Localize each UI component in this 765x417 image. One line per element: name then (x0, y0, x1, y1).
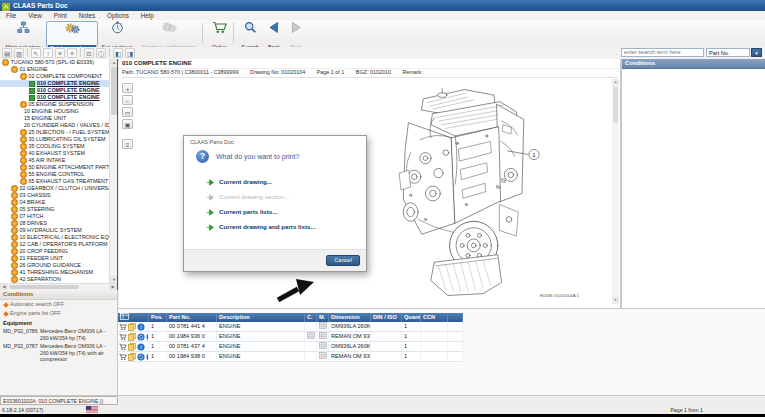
tree-item[interactable]: 50 ENGINE ATTACHMENT PARTS (0, 164, 109, 171)
tree-item[interactable]: 42 SEPARATION (0, 276, 109, 283)
column-header[interactable]: Pos. (149, 313, 167, 322)
tree-item[interactable]: 05 STEERING (0, 206, 109, 213)
scroll-up-icon[interactable]: ▲ (110, 59, 118, 66)
tree-horizontal-scrollbar[interactable]: ◀ ▶ (0, 283, 117, 290)
column-header[interactable]: M. (317, 313, 329, 322)
column-header[interactable]: Quantity (402, 313, 421, 322)
tree-item[interactable]: 65 EXHAUST GAS TREATMENT (0, 178, 109, 185)
tree-vertical-scrollbar[interactable]: ▲ ▼ (109, 59, 117, 283)
panel-left-icon[interactable]: ▤ (2, 48, 12, 58)
table-row[interactable]: i100 1984 936 0ENGINEREMAN OM 936 LA1 (118, 332, 463, 342)
tree-item[interactable]: 10 ELECTRICAL / ELECTRONIC EQUIPMENT (0, 234, 109, 241)
back-button[interactable]: Back (264, 21, 284, 45)
scroll-down-icon[interactable]: ▼ (110, 276, 118, 283)
condition-toggle[interactable]: Engine parts list OFF (0, 309, 117, 318)
tree-item[interactable]: 25 INJECTION - / FUEL SYSTEM (0, 129, 109, 136)
menu-item-options[interactable]: Options (101, 11, 135, 20)
set-up-times-button[interactable]: Set-up times (98, 21, 136, 45)
dialog-option[interactable]: Current drawing and parts lists... (206, 219, 356, 234)
tree-item[interactable]: 010 COMPLETE ENGINE (0, 87, 109, 94)
search-button[interactable]: Search (238, 21, 262, 45)
dialog-option[interactable]: Current drawing... (206, 174, 356, 189)
copy-icon[interactable] (128, 323, 136, 331)
fit-view-icon[interactable]: ▣ (122, 119, 133, 129)
menu-item-print[interactable]: Print (48, 11, 73, 20)
zoom-window-icon[interactable]: ▭ (122, 107, 133, 117)
copy-icon[interactable] (128, 353, 136, 361)
menu-item-file[interactable]: File (0, 11, 22, 20)
search-category-select[interactable]: Part No. (706, 48, 750, 57)
cart-icon[interactable] (119, 333, 127, 341)
table-row[interactable]: i100 0781 437 4ENGINEOM936LA 260KW 31 (118, 342, 463, 352)
panel-right-icon[interactable]: ▥ (14, 48, 24, 58)
tree-item[interactable]: 41 THRESHING MECHANISM (0, 269, 109, 276)
tree-item[interactable]: 20 CYLINDER HEAD / VALVES / IDLER GEAR (0, 122, 109, 129)
info-icon[interactable]: i (137, 343, 145, 351)
scroll-thumb[interactable] (613, 87, 618, 123)
reman-icon[interactable] (137, 333, 145, 341)
scroll-thumb[interactable] (9, 285, 79, 289)
catalogue-of-parts-button[interactable]: Catalogue of parts (46, 21, 98, 47)
order-button[interactable]: Order (207, 21, 231, 45)
column-header[interactable]: Part No. (167, 313, 217, 322)
chevron-down-icon[interactable]: ▼ (751, 48, 762, 57)
cart-icon[interactable] (119, 323, 127, 331)
main-selection-button[interactable]: Main selection (2, 21, 44, 45)
menu-item-view[interactable]: View (22, 11, 48, 20)
tree-item[interactable]: 02 COMPLETE COMPONENT (0, 73, 109, 80)
refresh-icon[interactable]: ◨ (125, 48, 135, 58)
tree-item[interactable]: 12 CAB / OPERATOR'S PLATFORM (0, 241, 109, 248)
tree-item[interactable]: 08 DRIVES (0, 220, 109, 227)
tree-item[interactable]: 010 COMPLETE ENGINE (0, 94, 109, 101)
tree-item[interactable]: 010 COMPLETE ENGINE (0, 80, 109, 87)
cart-icon[interactable] (119, 353, 127, 361)
tree-item[interactable]: 55 ENGINE CONTROL (0, 171, 109, 178)
tree-item[interactable]: 15 ENGINE UNIT (0, 115, 109, 122)
up-level-icon[interactable]: ↑ (43, 48, 53, 58)
tree-item[interactable]: 21 FEEDER UNIT (0, 255, 109, 262)
tree-item[interactable]: 26 GROUND GUIDANCE (0, 262, 109, 269)
info-icon[interactable]: i (137, 323, 145, 331)
scroll-down-icon[interactable]: ▼ (612, 297, 619, 304)
tree-item[interactable]: 02 GEARBOX / CLUTCH / UNIVERSAL DRIVE S (0, 185, 109, 192)
link-parts-icon[interactable]: ◧ (113, 48, 123, 58)
column-header[interactable]: CCN (421, 313, 448, 322)
search-input[interactable] (621, 48, 704, 57)
scroll-thumb[interactable] (111, 67, 117, 115)
tree-item[interactable]: 40 EXHAUST SYSTEM (0, 150, 109, 157)
tree-item[interactable]: 05 ENGINE SUSPENSION (0, 101, 109, 108)
cancel-button[interactable]: Cancel (326, 255, 360, 266)
tree-item[interactable]: 01 ENGINE (0, 66, 109, 73)
table-row[interactable]: i100 1984 938 0ENGINEREMAN OM 936 LA1 (118, 352, 463, 362)
column-header[interactable]: C. (305, 313, 317, 322)
tree-item[interactable]: 03 CHASSIS (0, 192, 109, 199)
column-header[interactable]: DIN / ISO (371, 313, 402, 322)
tree-item[interactable]: TUCANO 580-570 (SPL-ID E0336) (0, 59, 109, 66)
tree-item[interactable]: 30 LUBRICATING OIL SYSTEM (0, 136, 109, 143)
tree-item[interactable]: 20 CROP FEEDING (0, 248, 109, 255)
cart-icon[interactable] (119, 343, 127, 351)
history-back-icon[interactable]: « (55, 48, 65, 58)
pointer-icon[interactable]: ↖ (31, 48, 41, 58)
menu-item-notes[interactable]: Notes (73, 11, 101, 20)
tree-item[interactable]: 35 COOLING SYSTEM (0, 143, 109, 150)
tree-item[interactable]: 04 BRAKE (0, 199, 109, 206)
zoom-out-icon[interactable]: − (122, 95, 133, 105)
history-forward-icon[interactable]: » (67, 48, 77, 58)
info-icon[interactable]: ⓘ (96, 48, 106, 58)
tree-item[interactable]: 07 HITCH (0, 213, 109, 220)
menu-item-help[interactable]: Help (135, 11, 160, 20)
pages-icon[interactable]: ≡ (122, 139, 133, 149)
reman-icon[interactable] (137, 353, 145, 361)
tree-item[interactable]: 10 ENGINE HOUSING (0, 108, 109, 115)
zoom-in-icon[interactable]: + (122, 83, 133, 93)
scroll-up-icon[interactable]: ▲ (612, 79, 619, 86)
column-header[interactable]: Description (217, 313, 305, 322)
tree-item[interactable]: 09 HYDRAULIC SYSTEM (0, 227, 109, 234)
dialog-option[interactable]: Current parts lists... (206, 204, 356, 219)
column-header[interactable]: Dimension (329, 313, 371, 322)
table-row[interactable]: i100 0781 441 4ENGINEOM936LA 260KW 31 (118, 322, 463, 332)
drawing-vertical-scrollbar[interactable]: ▲ ▼ (612, 79, 619, 304)
copy-icon[interactable] (128, 343, 136, 351)
copy-icon[interactable] (128, 333, 136, 341)
